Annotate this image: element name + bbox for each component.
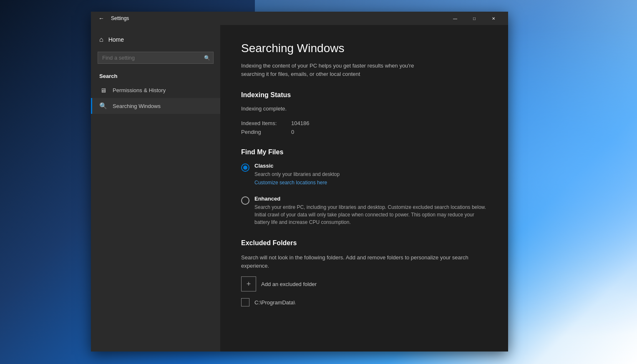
enhanced-desc: Search your entire PC, including your li…: [254, 203, 487, 226]
sidebar: ⌂ Home 🔍 Search 🖥 Permissions & History …: [91, 25, 220, 351]
home-nav-item[interactable]: ⌂ Home: [91, 32, 220, 48]
customize-link[interactable]: Customize search locations here: [254, 180, 487, 186]
home-label: Home: [108, 36, 124, 43]
content-panel: Searching Windows Indexing the content o…: [220, 25, 508, 351]
indexed-items-label: Indexed Items:: [241, 120, 283, 126]
add-folder-label: Add an excluded folder: [261, 281, 317, 287]
title-bar: ← Settings — □ ✕: [91, 12, 508, 25]
enhanced-title: Enhanced: [254, 196, 487, 202]
searching-label: Searching Windows: [113, 103, 161, 109]
window-title: Settings: [111, 15, 129, 21]
folder-item: C:\ProgramData\: [241, 298, 487, 306]
classic-content: Classic Search only your libraries and d…: [254, 163, 487, 186]
permissions-icon: 🖥: [99, 87, 107, 94]
title-bar-left: ← Settings: [96, 14, 129, 23]
indexing-status-section: Indexing Status Indexing complete. Index…: [241, 91, 487, 135]
sidebar-item-permissions-history[interactable]: 🖥 Permissions & History: [91, 83, 220, 98]
indexing-status-title: Indexing Status: [241, 91, 487, 99]
excluded-folders-section: Excluded Folders Search will not look in…: [241, 239, 487, 306]
maximize-button[interactable]: □: [465, 12, 484, 25]
page-title: Searching Windows: [241, 42, 487, 55]
folder-path: C:\ProgramData\: [254, 299, 295, 306]
window-controls: — □ ✕: [446, 12, 503, 25]
enhanced-content: Enhanced Search your entire PC, includin…: [254, 196, 487, 226]
window-body: ⌂ Home 🔍 Search 🖥 Permissions & History …: [91, 25, 508, 351]
back-button[interactable]: ←: [96, 14, 107, 23]
close-button[interactable]: ✕: [484, 12, 503, 25]
sidebar-section-label: Search: [91, 68, 220, 83]
indexing-status-text: Indexing complete.: [241, 105, 487, 112]
radio-classic[interactable]: [241, 163, 249, 172]
radio-option-enhanced[interactable]: Enhanced Search your entire PC, includin…: [241, 196, 487, 226]
pending-value: 0: [291, 129, 294, 135]
folder-checkbox[interactable]: [241, 298, 249, 306]
home-icon: ⌂: [99, 36, 103, 43]
indexed-items-row: Indexed Items: 104186: [241, 120, 487, 126]
sidebar-item-searching-windows[interactable]: 🔍 Searching Windows: [91, 98, 220, 114]
minimize-button[interactable]: —: [446, 12, 465, 25]
search-input[interactable]: [98, 52, 214, 64]
classic-title: Classic: [254, 163, 487, 169]
add-folder-button[interactable]: + Add an excluded folder: [241, 276, 487, 291]
indexed-items-value: 104186: [291, 120, 309, 126]
excluded-desc: Search will not look in the following fo…: [241, 254, 487, 270]
permissions-label: Permissions & History: [113, 87, 166, 93]
pending-label: Pending: [241, 129, 283, 135]
search-box-container: 🔍: [91, 48, 220, 68]
pending-row: Pending 0: [241, 129, 487, 135]
radio-option-classic[interactable]: Classic Search only your libraries and d…: [241, 163, 487, 186]
classic-desc: Search only your libraries and desktop: [254, 171, 487, 178]
indexing-stats: Indexed Items: 104186 Pending 0: [241, 120, 487, 135]
searching-icon: 🔍: [99, 102, 107, 110]
page-subtitle: Indexing the content of your PC helps yo…: [241, 62, 420, 78]
find-my-files-title: Find My Files: [241, 148, 487, 156]
settings-window: ← Settings — □ ✕ ⌂ Home 🔍: [91, 12, 508, 351]
search-box-wrapper: 🔍: [98, 52, 214, 64]
radio-enhanced[interactable]: [241, 196, 249, 205]
plus-icon: +: [241, 276, 256, 291]
find-my-files-section: Find My Files Classic Search only your l…: [241, 148, 487, 226]
excluded-folders-title: Excluded Folders: [241, 239, 487, 247]
